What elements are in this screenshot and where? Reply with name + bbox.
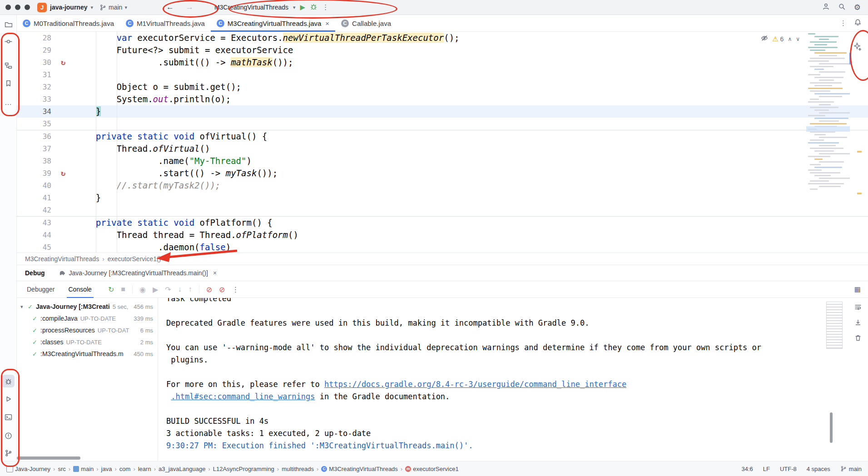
more-icon[interactable]: ⋮ xyxy=(232,285,239,294)
gradle-task-row[interactable]: ✓:classesUP-TO-DATE2 ms xyxy=(17,336,158,348)
step-over-icon[interactable]: ↷ xyxy=(165,285,171,294)
editor-tab[interactable]: CM3CreatingVirtualThreads.java× xyxy=(211,15,335,31)
status-path-item[interactable]: multithreads xyxy=(282,466,314,472)
code-line[interactable]: 44 Thread thread = Thread.ofPlatform() xyxy=(17,229,868,241)
scroll-to-end-icon[interactable] xyxy=(853,317,863,328)
code-line[interactable]: 34 } xyxy=(17,105,868,118)
gradle-task-row[interactable]: ✓:compileJavaUP-TO-DATE339 ms xyxy=(17,312,158,324)
caret-position[interactable]: 34:6 xyxy=(741,466,753,472)
run-tool-icon[interactable] xyxy=(2,392,15,405)
chevron-down-icon[interactable]: ▾ xyxy=(20,304,28,310)
status-path-item[interactable]: mexecutorService1 xyxy=(405,466,458,472)
status-path-item[interactable]: java xyxy=(101,466,112,472)
stop-process-icon[interactable]: ⊘ xyxy=(206,285,212,294)
line-number[interactable]: 39 xyxy=(17,167,51,179)
run-configuration-select[interactable]: M3CreatingVirtualThreads xyxy=(214,4,288,11)
line-number[interactable]: 30 xyxy=(17,56,51,69)
line-number[interactable]: 29 xyxy=(17,44,51,56)
line-number[interactable]: 41 xyxy=(17,192,51,204)
problems-tool-icon[interactable] xyxy=(2,429,15,442)
editor-tab[interactable]: CM1VirtualThreads.java xyxy=(120,15,211,31)
status-path-item[interactable]: learn xyxy=(138,466,151,472)
debug-tool-icon[interactable] xyxy=(2,375,15,387)
zoom-window-button[interactable] xyxy=(25,5,30,10)
code-line[interactable]: 30↻ .submit(() -> mathTask()); xyxy=(17,56,868,69)
status-path-item[interactable]: CM3CreatingVirtualThreads xyxy=(321,466,398,472)
status-path-item[interactable]: com xyxy=(119,466,131,472)
code-line[interactable]: 37 Thread.ofVirtual() xyxy=(17,143,868,155)
resume-icon[interactable]: ▶ xyxy=(153,285,158,294)
status-path-item[interactable]: src xyxy=(58,466,65,472)
gradle-task-row[interactable]: ✓:M3CreatingVirtualThreads.m450 ms xyxy=(17,348,158,360)
console-minimap[interactable] xyxy=(826,302,843,349)
gradle-task-row[interactable]: ▾✓Java-Journey [:M3Creati5 sec,456 ms xyxy=(17,301,158,312)
layout-settings-icon[interactable]: ▦ xyxy=(854,285,861,293)
commit-tool-icon[interactable] xyxy=(2,35,15,48)
line-number[interactable]: 45 xyxy=(17,241,51,253)
status-path-item[interactable]: Java-Journey xyxy=(6,466,50,472)
code-line[interactable]: 45 .daemon(false) xyxy=(17,241,868,253)
code-line[interactable]: 39↻ .start(() -> myTask()); xyxy=(17,167,868,179)
code-line[interactable]: 29 Future<?> submit = executorService xyxy=(17,44,868,56)
console-link[interactable]: .html#sec:command_line_warnings xyxy=(171,392,315,401)
line-number[interactable]: 28 xyxy=(17,32,51,44)
mute-breakpoints-icon[interactable]: ⊘ xyxy=(219,285,225,294)
recursive-call-icon[interactable]: ↻ xyxy=(51,167,75,179)
console-scrollbar[interactable] xyxy=(830,412,833,443)
rerun-icon[interactable]: ↻ xyxy=(108,285,114,294)
status-path-item[interactable]: main xyxy=(73,466,94,472)
git-tool-icon[interactable] xyxy=(2,446,15,459)
code-line[interactable]: 43 private static void ofPlatform() { xyxy=(17,216,868,229)
tab-debugger[interactable]: Debugger xyxy=(25,281,57,298)
close-session-icon[interactable]: × xyxy=(213,269,217,277)
status-path-item[interactable]: a3_javaLanguage xyxy=(159,466,205,472)
soft-wrap-icon[interactable] xyxy=(853,302,863,312)
line-ending[interactable]: LF xyxy=(763,466,770,472)
line-number[interactable]: 43 xyxy=(17,217,51,229)
settings-gear-icon[interactable]: ⚙ xyxy=(854,3,861,12)
code-editor[interactable]: 28 var executorService = Executors.newVi… xyxy=(17,32,868,253)
code-with-me-icon[interactable] xyxy=(822,3,830,12)
git-branch-widget[interactable]: main xyxy=(840,466,862,472)
horizontal-scrollbar[interactable] xyxy=(17,456,80,460)
terminal-tool-icon[interactable] xyxy=(2,411,15,423)
tab-console[interactable]: Console xyxy=(67,281,94,298)
line-number[interactable]: 35 xyxy=(17,118,51,130)
console-panel[interactable]: Task completed Deprecated Gradle feature… xyxy=(158,298,868,461)
line-number[interactable]: 34 xyxy=(17,105,51,118)
line-number[interactable]: 38 xyxy=(17,155,51,167)
more-icon[interactable]: ⋮ xyxy=(840,19,847,27)
forward-button[interactable]: → xyxy=(186,3,193,12)
code-line[interactable]: 32 Object o = submit.get(); xyxy=(17,81,868,93)
warnings-badge[interactable]: ⚠ 6 xyxy=(772,35,784,43)
bookmarks-tool-icon[interactable] xyxy=(2,77,15,89)
highlighting-eye-off-icon[interactable] xyxy=(761,35,768,43)
code-line[interactable]: 40 //.start(myTask2()); xyxy=(17,179,868,192)
line-number[interactable]: 44 xyxy=(17,229,51,241)
console-link[interactable]: https://docs.gradle.org/8.4-rc-3/usergui… xyxy=(324,380,626,389)
gradle-task-row[interactable]: ✓:processResourcesUP-TO-DAT6 ms xyxy=(17,324,158,336)
code-line[interactable]: 36 private static void ofVirtual() { xyxy=(17,130,868,143)
notifications-bell-icon[interactable] xyxy=(854,19,862,28)
more-actions-icon[interactable]: ⋮ xyxy=(322,3,329,11)
close-window-button[interactable] xyxy=(5,5,11,10)
back-button[interactable]: ← xyxy=(166,3,174,12)
editor-tab[interactable]: CCallable.java xyxy=(335,15,397,31)
status-path-item[interactable]: L12AsyncProgramming xyxy=(213,466,274,472)
breadcrumb-member[interactable]: executorService1() xyxy=(108,255,161,263)
search-everywhere-icon[interactable] xyxy=(838,3,846,12)
code-line[interactable]: 28 var executorService = Executors.newVi… xyxy=(17,32,868,44)
ai-assistant-icon[interactable] xyxy=(853,42,862,53)
view-breakpoints-icon[interactable]: ◉ xyxy=(139,285,146,294)
close-tab-icon[interactable]: × xyxy=(325,20,329,27)
debug-session-tab[interactable]: Java-Journey [:M3CreatingVirtualThreads.… xyxy=(59,269,217,277)
project-tool-icon[interactable] xyxy=(2,18,15,31)
structure-tool-icon[interactable] xyxy=(2,59,15,72)
code-line[interactable]: 38 .name("My-Thread") xyxy=(17,155,868,167)
line-number[interactable]: 42 xyxy=(17,204,51,216)
vcs-branch-widget[interactable]: main ▾ xyxy=(99,4,127,11)
editor-tab[interactable]: CM0TraditionalThreads.java xyxy=(17,15,120,31)
next-problem-icon[interactable]: ∨ xyxy=(796,36,800,42)
code-line[interactable]: 31 xyxy=(17,69,868,81)
minimap[interactable] xyxy=(806,33,850,232)
